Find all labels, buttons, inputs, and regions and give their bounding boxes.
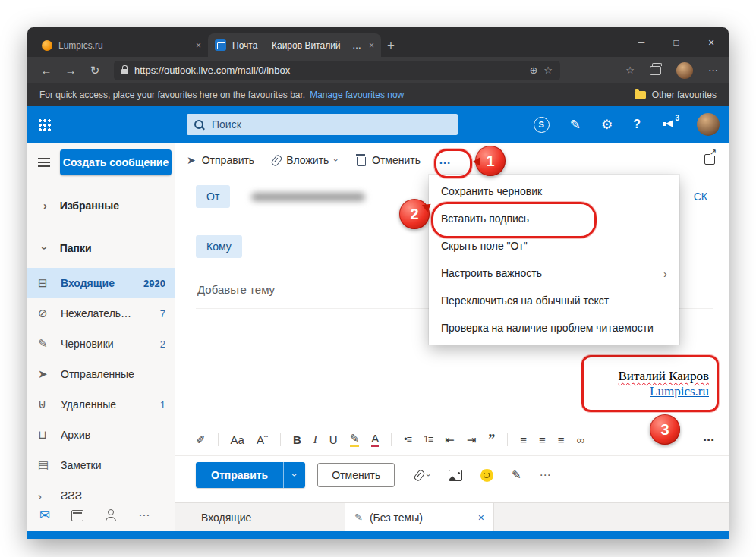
calendar-module-icon[interactable] <box>71 510 83 521</box>
outdent-icon[interactable]: ⇤ <box>445 434 455 445</box>
sidebar-item-folders[interactable]: › Папки <box>27 234 175 262</box>
highlight-icon[interactable]: ✎ <box>350 433 360 447</box>
attach-file-icon[interactable]: › <box>416 470 430 481</box>
align-left-icon[interactable]: ≡ <box>520 434 527 445</box>
sidebar-item-favorites[interactable]: › Избранные <box>27 192 175 219</box>
favourites-hint-text: For quick access, place your favourites … <box>39 90 305 100</box>
browser-navbar: ← → ↻ https://outlook.live.com/mail/0/in… <box>27 57 729 83</box>
browser-more-icon[interactable]: ⋯ <box>708 65 718 76</box>
help-icon[interactable]: ? <box>633 118 641 131</box>
search-box[interactable] <box>187 114 458 135</box>
send-button-label[interactable]: Отправить <box>196 462 283 488</box>
collections-icon[interactable] <box>650 66 661 75</box>
blocked-icon: ⊘ <box>38 307 61 320</box>
italic-icon[interactable]: I <box>313 434 317 445</box>
manage-favourites-link[interactable]: Manage favourites now <box>310 90 404 100</box>
other-favourites-label: Other favourites <box>652 90 717 100</box>
quote-icon[interactable]: ” <box>488 433 495 446</box>
favorites-hub-icon[interactable]: ☆ <box>625 65 635 76</box>
divider <box>507 433 508 446</box>
browser-tab-outlook[interactable]: Почта — Каиров Виталий — О… × <box>208 33 381 57</box>
bold-icon[interactable]: B <box>293 434 301 445</box>
close-button[interactable]: × <box>694 27 729 57</box>
underline-icon[interactable]: U <box>329 434 338 445</box>
app-launcher-icon[interactable] <box>38 118 51 131</box>
more-insert-icon[interactable]: ⋯ <box>539 468 551 482</box>
bookmark-star-icon[interactable]: ☆ <box>543 65 553 76</box>
folder-row-deleted[interactable]: ⊎ Удаленные 1 <box>27 389 175 420</box>
browser-tab-lumpics[interactable]: Lumpics.ru × <box>35 33 208 57</box>
people-module-icon[interactable] <box>105 509 117 521</box>
forward-icon[interactable]: → <box>59 64 82 77</box>
signature-site-link[interactable]: Lumpics.ru <box>650 384 709 399</box>
trash-icon <box>357 157 366 166</box>
account-avatar[interactable] <box>697 113 720 136</box>
tab-close-icon[interactable]: × <box>369 40 374 51</box>
settings-gear-icon[interactable]: ⚙ <box>601 118 613 131</box>
other-favourites[interactable]: Other favourites <box>635 90 717 100</box>
tasks-icon[interactable]: ✎ <box>570 118 581 131</box>
indent-icon[interactable]: ⇥ <box>467 434 477 445</box>
url-text[interactable]: https://outlook.live.com/mail/0/inbox <box>134 65 523 76</box>
new-tab-button[interactable]: + <box>387 39 395 52</box>
search-input[interactable] <box>210 118 450 131</box>
open-in-new-window-icon[interactable]: ↗ <box>704 154 715 165</box>
trash-icon: ⊎ <box>38 398 61 411</box>
folder-row-junk[interactable]: ⊘ Нежелатель… 7 <box>27 298 175 329</box>
quick-insert-icons: › ✎ ⋯ <box>416 468 551 482</box>
window-bottom-strip <box>27 531 729 539</box>
bullet-list-icon[interactable]: •≡ <box>404 435 411 445</box>
emoji-icon[interactable] <box>480 469 493 482</box>
maximize-button[interactable]: □ <box>659 27 694 57</box>
menu-item-set-importance[interactable]: Настроить важность › <box>429 260 679 287</box>
more-modules-icon[interactable]: ⋯ <box>138 508 150 522</box>
browser-profile-avatar[interactable] <box>676 62 693 79</box>
menu-item-save-draft[interactable]: Сохранить черновик <box>429 178 679 205</box>
bcc-button[interactable]: СК <box>694 190 707 203</box>
inbox-tab[interactable]: Входящие <box>175 503 345 531</box>
to-button[interactable]: Кому <box>196 235 242 258</box>
back-icon[interactable]: ← <box>35 64 58 77</box>
whats-new-megaphone-icon[interactable]: 3 <box>661 118 676 131</box>
tab-close-icon[interactable]: × <box>196 40 201 51</box>
new-message-button[interactable]: Создать сообщение <box>60 149 172 175</box>
folder-row-archive[interactable]: ⊔ Архив <box>27 420 175 450</box>
mail-module-icon[interactable]: ✉ <box>39 508 50 524</box>
refresh-icon[interactable]: ↻ <box>83 64 106 77</box>
draft-tab[interactable]: ✎ (Без темы) × <box>345 503 494 531</box>
folder-row-notes[interactable]: ▤ Заметки <box>27 450 175 480</box>
numbered-list-icon[interactable]: 1≡ <box>424 435 433 445</box>
address-bar[interactable]: https://outlook.live.com/mail/0/inbox ⊕ … <box>114 61 560 80</box>
folder-row-drafts[interactable]: ✎ Черновики 2 <box>27 329 175 359</box>
target-icon[interactable]: ⊕ <box>529 65 537 76</box>
sidebar-module-switcher: ✉ ⋯ <box>27 504 175 527</box>
folder-row-sent[interactable]: ➤ Отправленные <box>27 359 175 389</box>
from-button[interactable]: От <box>196 185 230 208</box>
draft-close-icon[interactable]: × <box>478 511 484 524</box>
format-painter-icon[interactable]: ✐ <box>196 434 206 445</box>
font-family-icon[interactable]: Aa <box>231 434 244 445</box>
insert-image-icon[interactable] <box>449 470 462 481</box>
link-icon[interactable]: ∞ <box>577 434 585 445</box>
font-size-icon[interactable]: Aˆ <box>257 434 268 445</box>
align-right-icon[interactable]: ≡ <box>558 434 565 445</box>
more-formatting-icon[interactable]: ⋯ <box>703 434 715 445</box>
menu-item-accessibility-check[interactable]: Проверка на наличие проблем читаемости <box>429 314 679 341</box>
menu-item-plain-text[interactable]: Переключиться на обычный текст <box>429 287 679 314</box>
browser-titlebar: Lumpics.ru × Почта — Каиров Виталий — О…… <box>27 27 729 57</box>
send-options-arrow[interactable]: › <box>283 462 305 488</box>
minimize-button[interactable]: ─ <box>624 27 659 57</box>
discard-button[interactable]: Отменить <box>317 463 395 487</box>
send-toolbar-button[interactable]: ➤ Отправить <box>187 154 254 166</box>
align-center-icon[interactable]: ≡ <box>539 434 546 445</box>
folder-list: ⊟ Входящие 2920 ⊘ Нежелатель… 7 ✎ Чернов… <box>27 268 175 511</box>
folder-row-inbox[interactable]: ⊟ Входящие 2920 <box>27 268 175 298</box>
collapse-sidebar-icon[interactable] <box>38 158 50 159</box>
discard-toolbar-button[interactable]: Отменить <box>357 154 421 166</box>
skype-icon[interactable]: S <box>534 117 550 133</box>
screenshot-page: Lumpics.ru × Почта — Каиров Виталий — О…… <box>0 0 756 557</box>
send-split-button[interactable]: Отправить › <box>196 462 305 488</box>
ink-pen-icon[interactable]: ✎ <box>512 468 521 482</box>
font-color-icon[interactable]: A <box>371 433 379 447</box>
attach-toolbar-button[interactable]: Вложить › <box>273 154 338 166</box>
